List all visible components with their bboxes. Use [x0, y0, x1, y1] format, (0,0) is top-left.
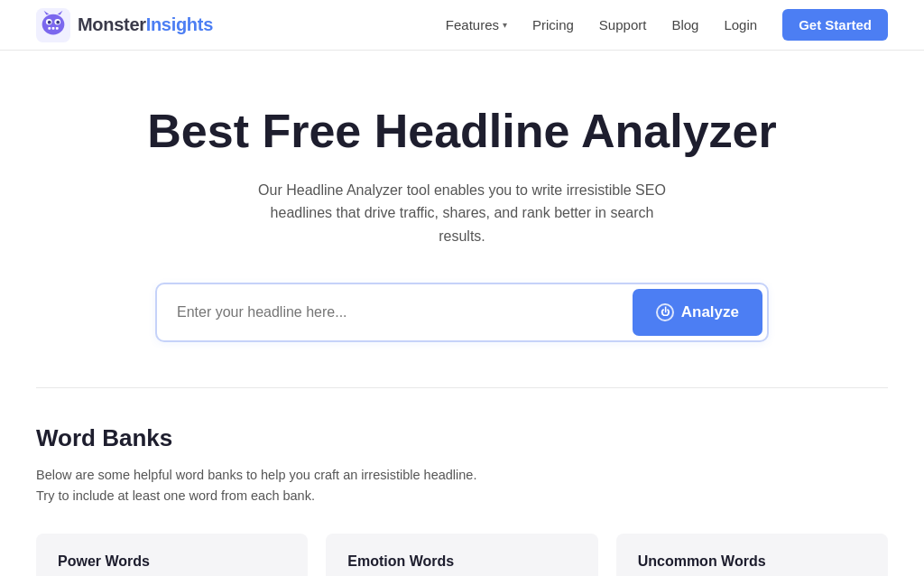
word-bank-card-emotion[interactable]: Emotion Words — [326, 534, 597, 576]
logo-monster: Monster — [78, 14, 146, 34]
nav-login[interactable]: Login — [724, 17, 757, 33]
word-bank-uncommon-title: Uncommon Words — [638, 553, 766, 569]
nav-blog[interactable]: Blog — [671, 17, 698, 33]
analyze-button[interactable]: ⏻ Analyze — [633, 289, 762, 336]
svg-rect-7 — [52, 26, 55, 29]
svg-point-1 — [42, 14, 65, 34]
nav-pricing[interactable]: Pricing — [532, 17, 574, 33]
logo-insights: Insights — [146, 14, 213, 34]
get-started-button[interactable]: Get Started — [782, 9, 888, 41]
hero-subtitle: Our Headline Analyzer tool enables you t… — [245, 179, 679, 248]
main-nav: Features ▾ Pricing Support Blog Login Ge… — [446, 9, 888, 41]
svg-point-4 — [48, 20, 51, 23]
logo-text: MonsterInsights — [78, 14, 213, 35]
word-banks-title: Word Banks — [36, 424, 888, 452]
nav-features[interactable]: Features ▾ — [446, 17, 507, 33]
header: MonsterInsights Features ▾ Pricing Suppo… — [0, 0, 924, 51]
logo: MonsterInsights — [36, 8, 213, 42]
word-bank-card-power[interactable]: Power Words — [36, 534, 308, 576]
analyze-icon: ⏻ — [656, 303, 674, 321]
hero-section: Best Free Headline Analyzer Our Headline… — [0, 51, 924, 387]
headline-input[interactable] — [157, 288, 633, 337]
word-banks-grid: Power Words Emotion Words Uncommon Words — [36, 534, 888, 576]
chevron-down-icon: ▾ — [503, 20, 507, 30]
svg-rect-8 — [56, 26, 59, 29]
word-bank-card-uncommon[interactable]: Uncommon Words — [616, 534, 888, 576]
svg-point-5 — [56, 20, 60, 23]
word-bank-emotion-title: Emotion Words — [347, 553, 454, 569]
monster-logo-icon — [36, 8, 70, 42]
word-banks-section: Word Banks Below are some helpful word b… — [0, 388, 924, 576]
headline-search-bar: ⏻ Analyze — [155, 283, 769, 342]
word-bank-power-title: Power Words — [58, 553, 150, 569]
hero-title: Best Free Headline Analyzer — [147, 105, 776, 159]
svg-rect-6 — [48, 26, 51, 29]
nav-support[interactable]: Support — [599, 17, 647, 33]
word-banks-description: Below are some helpful word banks to hel… — [36, 465, 487, 506]
